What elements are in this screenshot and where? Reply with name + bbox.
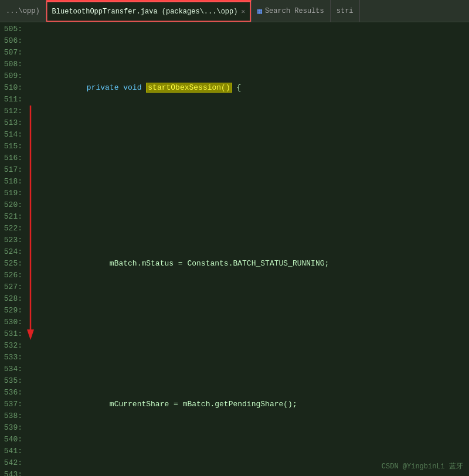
tab-stri-label: stri <box>337 7 354 15</box>
code-line-508 <box>36 328 469 340</box>
ln-524: 524: <box>0 246 22 258</box>
tab-search-results[interactable]: ▦ Search Results <box>252 0 331 22</box>
ln-529: 529: <box>0 305 22 317</box>
ln-533: 533: <box>0 352 22 363</box>
ln-543: 543: <box>0 469 22 476</box>
ln-517: 517: <box>0 164 22 176</box>
ln-505: 505: <box>0 23 22 35</box>
ln-508: 508: <box>0 59 22 70</box>
line-numbers: 505: 506: 507: 508: 509: 510: 511: 512: … <box>0 22 26 476</box>
ln-527: 527: <box>0 281 22 293</box>
ln-509: 509: <box>0 70 22 82</box>
tab-stri[interactable]: stri <box>331 0 360 22</box>
ln-539: 539: <box>0 422 22 434</box>
code-editor: 505: 506: 507: 508: 509: 510: 511: 512: … <box>0 22 469 476</box>
ln-512: 512: <box>0 106 22 117</box>
ln-522: 522: <box>0 223 22 234</box>
ln-538: 538: <box>0 410 22 422</box>
tab-packages[interactable]: ...\opp) <box>0 0 46 22</box>
ln-520: 520: <box>0 199 22 211</box>
ln-541: 541: <box>0 446 22 457</box>
close-icon[interactable]: ✕ <box>241 8 245 15</box>
ln-514: 514: <box>0 129 22 141</box>
ln-525: 525: <box>0 258 22 270</box>
ln-531: 531: <box>0 328 22 340</box>
ln-526: 526: <box>0 270 22 281</box>
code-line-505: private void startObexSession() { <box>36 70 469 106</box>
ln-532: 532: <box>0 340 22 352</box>
ln-506: 506: <box>0 35 22 47</box>
code-line-506 <box>36 188 469 199</box>
editor-container: ...\opp) BluetoothOppTransfer.java (pack… <box>0 0 469 476</box>
ln-521: 521: <box>0 211 22 223</box>
ln-511: 511: <box>0 94 22 106</box>
ln-518: 518: <box>0 176 22 188</box>
tab-bar: ...\opp) BluetoothOppTransfer.java (pack… <box>0 0 469 22</box>
ln-542: 542: <box>0 457 22 469</box>
ln-516: 516: <box>0 152 22 164</box>
ln-540: 540: <box>0 434 22 446</box>
tab-packages-label: ...\opp) <box>6 7 40 15</box>
arrow-spacer <box>26 22 36 476</box>
ln-528: 528: <box>0 293 22 305</box>
ln-510: 510: <box>0 82 22 94</box>
ln-534: 534: <box>0 363 22 375</box>
tab-bluetooth[interactable]: BluetoothOppTransfer.java (packages\...\… <box>46 0 252 22</box>
code-line-507: mBatch.mStatus = Constants.BATCH_STATUS_… <box>36 246 469 281</box>
grid-icon: ▦ <box>257 6 262 16</box>
ln-515: 515: <box>0 141 22 152</box>
code-line-509: mCurrentShare = mBatch.getPendingShare()… <box>36 387 469 422</box>
ln-535: 535: <box>0 375 22 387</box>
ln-513: 513: <box>0 117 22 129</box>
ln-507: 507: <box>0 47 22 59</box>
tab-bluetooth-label: BluetoothOppTransfer.java (packages\...\… <box>52 8 238 16</box>
ln-523: 523: <box>0 234 22 246</box>
ln-530: 530: <box>0 317 22 328</box>
watermark: CSDN @YingbinLi 蓝牙 <box>382 461 463 471</box>
code-content: private void startObexSession() { mBatch… <box>36 22 469 476</box>
tab-search-label: Search Results <box>265 7 324 15</box>
ln-519: 519: <box>0 188 22 199</box>
ln-536: 536: <box>0 387 22 399</box>
ln-537: 537: <box>0 399 22 410</box>
